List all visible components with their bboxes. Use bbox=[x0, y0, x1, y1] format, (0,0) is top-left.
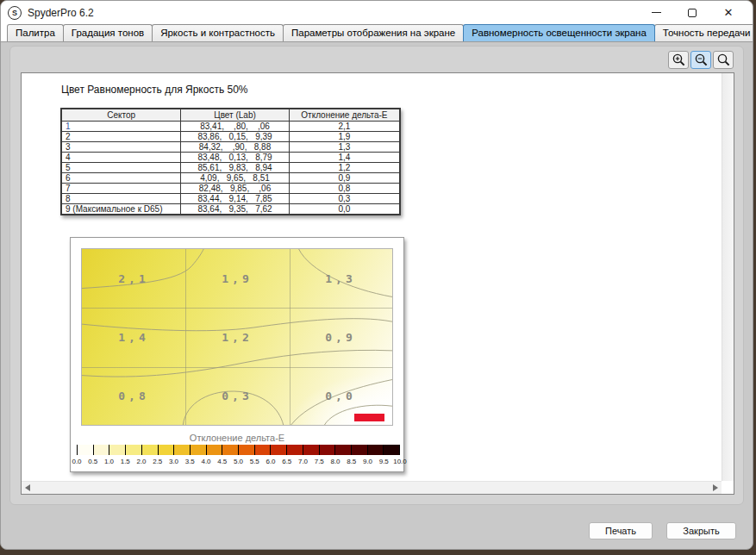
minimize-button[interactable] bbox=[644, 4, 668, 22]
close-icon: ✕ bbox=[724, 7, 734, 18]
colorbar-tick-label: 9.5 bbox=[379, 458, 389, 465]
colorbar-segment bbox=[158, 445, 174, 455]
table-cell: 8 bbox=[61, 193, 181, 203]
heatmap-cell-value: 1,3 bbox=[325, 271, 355, 284]
colorbar-tick-label: 7.0 bbox=[298, 458, 308, 465]
colorbar-tick-label: 5.5 bbox=[250, 458, 259, 465]
colorbar-tick-label: 2.5 bbox=[153, 458, 162, 465]
colorbar-segment bbox=[173, 445, 190, 455]
heatmap-cell-value: 0,3 bbox=[222, 390, 252, 402]
colorbar-segment bbox=[254, 445, 271, 455]
table-cell: 2,1 bbox=[289, 121, 400, 131]
scroll-left-icon[interactable] bbox=[25, 484, 30, 491]
table-cell: 84,32, ,90, 8,88 bbox=[181, 141, 290, 152]
tab-item[interactable]: Градация тонов bbox=[63, 24, 153, 41]
table-row[interactable]: 384,32, ,90, 8,881,3 bbox=[61, 141, 400, 152]
heatmap-cell-value: 0,0 bbox=[325, 390, 355, 402]
colorbar-segment bbox=[190, 445, 206, 455]
zoom-fit-icon bbox=[716, 53, 731, 67]
table-cell: 83,44, 9,14, 7,85 bbox=[181, 193, 290, 203]
tab-item[interactable]: Палитра bbox=[7, 24, 64, 41]
scroll-right-icon[interactable] bbox=[713, 484, 718, 491]
heatmap-cell-value: 0,9 bbox=[325, 331, 355, 344]
zoom-fit-button[interactable] bbox=[713, 51, 734, 69]
tab-bar: ПалитраГрадация тоновЯркость и контрастн… bbox=[1, 24, 753, 42]
zoom-toolbar bbox=[668, 51, 734, 69]
table-cell: 5 bbox=[61, 162, 181, 172]
table-cell: 83,48, 0,13, 8,79 bbox=[181, 152, 290, 162]
table-cell: 1,4 bbox=[289, 152, 400, 162]
colorbar-tick-label: 6.0 bbox=[266, 458, 275, 465]
colorbar-segment bbox=[270, 445, 286, 455]
maximize-button[interactable] bbox=[680, 4, 704, 22]
colorbar-tick-label: 5.0 bbox=[234, 458, 243, 465]
table-row[interactable]: 782,48, 9,85, ,060,8 bbox=[61, 183, 400, 193]
table-cell: 1,9 bbox=[289, 131, 400, 141]
colorbar-segment bbox=[351, 445, 367, 455]
table-row[interactable]: 883,44, 9,14, 7,850,3 bbox=[61, 193, 400, 203]
horizontal-scrollbar[interactable] bbox=[22, 481, 722, 494]
zoom-in-button[interactable] bbox=[668, 51, 689, 69]
colorbar-tick-label: 4.0 bbox=[201, 458, 210, 465]
colorbar-tick-label: 2.0 bbox=[136, 458, 146, 465]
uniformity-table: СекторЦвет (Lab)Отклонение дельта-E 183,… bbox=[60, 108, 401, 215]
table-row[interactable]: 9 (Максимальное к D65)83,64, 9,35, 7,620… bbox=[61, 203, 400, 215]
colorbar-tick-label: 0.5 bbox=[88, 458, 97, 465]
table-cell: 0,3 bbox=[289, 193, 400, 203]
zoom-out-icon bbox=[694, 53, 709, 67]
zoom-out-button[interactable] bbox=[690, 51, 711, 69]
print-button[interactable]: Печать bbox=[589, 522, 653, 539]
tab-item[interactable]: Равномерность освещенности экрана bbox=[463, 24, 655, 41]
heatmap-plot: 2,11,91,31,41,20,90,80,30,0 bbox=[81, 248, 393, 426]
title-bar: S SpyderPro 6.2 ✕ bbox=[1, 1, 753, 24]
content-panel: Цвет Равномерность для Яркость 50% Секто… bbox=[9, 46, 744, 505]
tab-item[interactable]: Точность передачи цвета bbox=[654, 24, 753, 41]
colorbar-segment bbox=[319, 445, 335, 455]
colorbar-segment bbox=[93, 445, 109, 455]
table-row[interactable]: 183,41, ,80, ,062,1 bbox=[61, 121, 400, 131]
app-window: S SpyderPro 6.2 ✕ ПалитраГрадация тоновЯ… bbox=[0, 0, 753, 550]
colorbar-title: Отклонение дельта-E bbox=[71, 433, 403, 443]
colorbar-tick-label: 3.0 bbox=[169, 458, 178, 465]
tab-item[interactable]: Параметры отображения на экране bbox=[283, 24, 464, 41]
table-cell: 7 bbox=[61, 183, 181, 193]
uniformity-chart: 2,11,91,31,41,20,90,80,30,0 Отклонение д… bbox=[70, 237, 404, 472]
colorbar-tick-label: 7.5 bbox=[315, 458, 324, 465]
table-cell: 6 bbox=[61, 172, 181, 183]
heatmap-cell-value: 0,8 bbox=[118, 390, 148, 402]
colorbar-tick-label: 8.5 bbox=[347, 458, 356, 465]
heatmap-cell-value: 2,1 bbox=[118, 271, 148, 284]
window-title: SpyderPro 6.2 bbox=[28, 7, 94, 19]
table-cell: 0,9 bbox=[289, 172, 400, 183]
vertical-scrollbar[interactable] bbox=[722, 73, 734, 481]
colorbar-ticks: 0.00.51.01.52.02.53.03.54.04.55.05.56.06… bbox=[77, 458, 400, 466]
close-dialog-button[interactable]: Закрыть bbox=[666, 522, 736, 539]
table-cell: 4 bbox=[61, 152, 181, 162]
tab-item[interactable]: Яркость и контрастность bbox=[152, 24, 284, 41]
close-button[interactable]: ✕ bbox=[716, 4, 740, 22]
table-header-cell: Цвет (Lab) bbox=[181, 109, 290, 121]
table-cell: 83,64, 9,35, 7,62 bbox=[181, 203, 290, 215]
zoom-in-icon bbox=[672, 53, 686, 67]
minimize-icon bbox=[652, 12, 661, 13]
colorbar-tick-label: 4.5 bbox=[217, 458, 227, 465]
table-cell: 82,48, 9,85, ,06 bbox=[181, 183, 290, 193]
table-cell: 1 bbox=[61, 121, 181, 131]
colorbar-segment bbox=[125, 445, 141, 455]
table-cell: 1,3 bbox=[289, 141, 400, 152]
table-header-cell: Отклонение дельта-E bbox=[289, 109, 400, 121]
colorbar-tick-label: 8.0 bbox=[330, 458, 340, 465]
maximize-icon bbox=[688, 9, 697, 17]
app-logo-icon: S bbox=[8, 6, 22, 20]
table-row[interactable]: 483,48, 0,13, 8,791,4 bbox=[61, 152, 400, 162]
table-cell: 4,09, 9,65, 8,51 bbox=[181, 172, 290, 183]
table-row[interactable]: 585,61, 9,83, 8,941,2 bbox=[61, 162, 400, 172]
heatmap-cell-value: 1,9 bbox=[222, 271, 252, 284]
colorbar-segment bbox=[334, 445, 351, 455]
colorbar-segment bbox=[383, 445, 400, 455]
heatmap-cell-value: 1,4 bbox=[118, 331, 148, 344]
table-row[interactable]: 283,86, 0,15, 9,391,9 bbox=[61, 131, 400, 141]
table-cell: 1,2 bbox=[289, 162, 400, 172]
table-row[interactable]: 64,09, 9,65, 8,510,9 bbox=[61, 172, 400, 183]
colorbar-tick-label: 1.0 bbox=[104, 458, 114, 465]
